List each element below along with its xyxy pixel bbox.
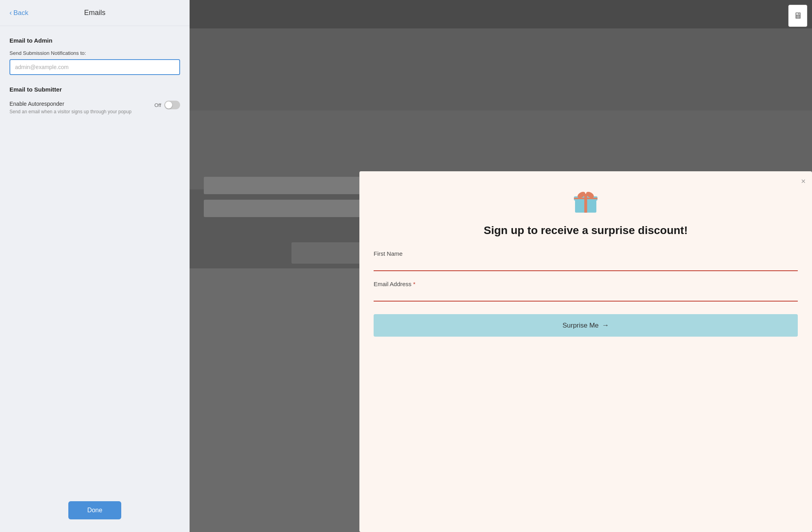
email-to-submitter-title: Email to Submitter bbox=[9, 86, 180, 93]
toggle-state-label: Off bbox=[154, 102, 161, 108]
email-to-admin-title: Email to Admin bbox=[9, 37, 180, 44]
popup-title: Sign up to receive a surprise discount! bbox=[484, 223, 688, 238]
email-address-label: Email Address * bbox=[374, 281, 798, 287]
email-address-input[interactable] bbox=[374, 290, 798, 302]
page-title: Emails bbox=[84, 9, 105, 17]
gift-icon-wrap bbox=[571, 187, 600, 217]
email-label-text: Email Address bbox=[374, 281, 412, 287]
back-chevron-icon: ‹ bbox=[9, 9, 12, 17]
left-panel: ‹ Back Emails Email to Admin Send Submis… bbox=[0, 0, 190, 532]
autoresponder-label: Enable Autoresponder bbox=[9, 101, 148, 107]
back-label: Back bbox=[13, 9, 28, 17]
back-link[interactable]: ‹ Back bbox=[9, 9, 28, 17]
autoresponder-description: Send an email when a visitor signs up th… bbox=[9, 109, 148, 115]
first-name-label: First Name bbox=[374, 250, 798, 257]
right-content-area: 🖥 × bbox=[190, 0, 812, 532]
done-btn-area: Done bbox=[0, 493, 190, 532]
left-content: Email to Admin Send Submission Notificat… bbox=[0, 26, 190, 493]
gift-icon bbox=[571, 187, 600, 215]
autoresponder-text: Enable Autoresponder Send an email when … bbox=[9, 101, 148, 115]
autoresponder-toggle[interactable] bbox=[164, 101, 180, 109]
section-divider: Email to Submitter bbox=[9, 86, 180, 93]
monitor-icon-area: 🖥 bbox=[788, 5, 807, 27]
svg-point-6 bbox=[584, 194, 588, 197]
surprise-me-button[interactable]: Surprise Me → bbox=[374, 314, 798, 337]
content-block-button bbox=[291, 242, 370, 264]
autoresponder-row: Enable Autoresponder Send an email when … bbox=[9, 101, 180, 115]
first-name-input[interactable] bbox=[374, 259, 798, 271]
admin-email-input[interactable] bbox=[9, 59, 180, 75]
email-address-field: Email Address * bbox=[374, 281, 798, 302]
popup-overlay: × Sign bbox=[359, 171, 812, 532]
notifications-field-label: Send Submission Notifications to: bbox=[9, 50, 180, 56]
monitor-icon: 🖥 bbox=[793, 11, 802, 21]
popup-btn-arrow-icon: → bbox=[602, 321, 609, 330]
first-name-field: First Name bbox=[374, 250, 798, 271]
right-panel: 🖥 × bbox=[190, 0, 812, 532]
svg-rect-3 bbox=[574, 198, 597, 199]
left-header: ‹ Back Emails bbox=[0, 0, 190, 26]
popup-close-button[interactable]: × bbox=[801, 177, 806, 186]
done-button[interactable]: Done bbox=[68, 501, 121, 519]
required-marker: * bbox=[413, 281, 415, 287]
toggle-control: Off bbox=[154, 101, 180, 109]
popup-btn-label: Surprise Me bbox=[562, 322, 599, 330]
